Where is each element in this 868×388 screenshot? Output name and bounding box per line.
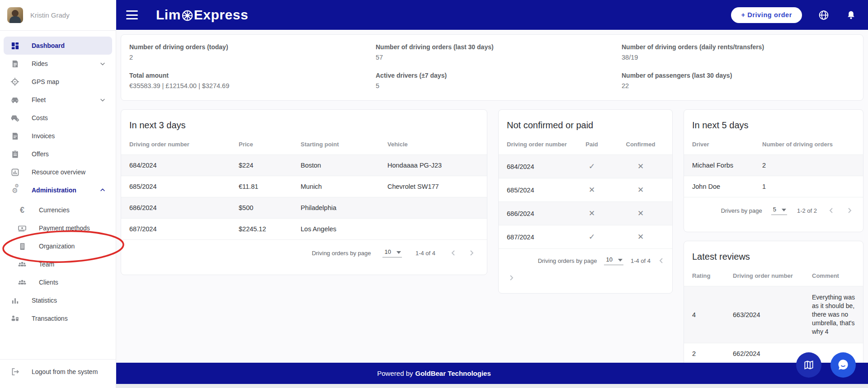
table-row[interactable]: 686/2024 ✕ ✕: [499, 202, 672, 225]
sidebar-item-fleet[interactable]: Fleet: [0, 91, 116, 109]
next-page-icon[interactable]: [507, 273, 516, 282]
sidebar-item-team[interactable]: Team: [0, 255, 116, 273]
gps-icon: [10, 77, 20, 87]
costs-icon: [10, 113, 20, 123]
caret-down-icon: [782, 206, 786, 213]
sidebar-item-label: GPS map: [32, 78, 106, 85]
table-row[interactable]: 687/2024 ✓ ✕: [499, 225, 672, 249]
table-header-row: Rating Driving order number Comment: [684, 266, 863, 286]
previous-page-icon[interactable]: [827, 206, 836, 215]
paid-status-icon: ✓: [589, 162, 595, 171]
pagination: Drivers by page 5 1-2 of 2: [684, 197, 863, 224]
sidebar-item-costs[interactable]: Costs: [0, 109, 116, 127]
sidebar-item-label: Clients: [39, 279, 106, 286]
sidebar-item-label: Costs: [32, 114, 106, 122]
map-fab-button[interactable]: [796, 352, 821, 378]
sidebar-item-label: Payment methods: [39, 224, 106, 232]
logout-button[interactable]: Logout from the system: [0, 359, 116, 384]
building-icon: [17, 241, 27, 251]
people-icon: [17, 277, 27, 287]
resource-overview-icon: [10, 167, 20, 177]
sidebar-item-organization[interactable]: Organization: [0, 237, 116, 255]
table-row[interactable]: John Doe1: [684, 176, 863, 197]
top-bar: Lim Express + Driving order: [116, 0, 868, 30]
next-5-days-card: In next 5 days Driver Number of driving …: [684, 109, 863, 232]
stat-orders-30-days: Number of driving orders (last 30 days) …: [376, 43, 622, 61]
page-size-label: Drivers by page: [721, 207, 762, 214]
table-row[interactable]: Michael Forbs2: [684, 155, 863, 176]
sidebar-item-gps-map[interactable]: GPS map: [0, 73, 116, 91]
not-confirmed-card: Not confirmed or paid Driving order numb…: [498, 109, 673, 294]
user-name: Kristin Grady: [30, 11, 70, 19]
table-row[interactable]: 687/2024$2245.12Los Angeles: [121, 219, 487, 240]
table-row[interactable]: 4 663/2024 Everything was as it should b…: [684, 286, 863, 343]
table-row[interactable]: 685/2024 ✕ ✕: [499, 178, 672, 202]
pagination: Driving orders by page 10 1-4 of 4: [499, 249, 672, 272]
stat-orders-rents-transfers: Number of driving orders (daily rents/tr…: [622, 43, 863, 61]
card-title: In next 3 days: [121, 110, 487, 134]
invoices-icon: [10, 131, 20, 141]
caret-down-icon: [618, 256, 623, 263]
sidebar-item-offers[interactable]: Offers: [0, 145, 116, 163]
sidebar-item-label: Invoices: [32, 132, 106, 140]
page-size-label: Driving orders by page: [538, 257, 597, 264]
previous-page-icon[interactable]: [657, 256, 666, 265]
sidebar-item-label: Organization: [39, 243, 106, 250]
sidebar-item-label: Currencies: [39, 206, 106, 214]
sidebar-item-label: Transactions: [32, 315, 106, 322]
hamburger-menu-icon[interactable]: [126, 10, 138, 19]
chevron-down-icon: [99, 61, 106, 67]
dashboard-icon: [10, 41, 20, 51]
table-row[interactable]: 685/2024€11.81MunichChevrolet SW177: [121, 176, 487, 197]
sidebar-item-dashboard[interactable]: Dashboard: [4, 37, 112, 55]
sidebar-item-invoices[interactable]: Invoices: [0, 127, 116, 145]
page-size-select[interactable]: 5: [771, 206, 787, 215]
language-globe-icon[interactable]: [818, 9, 829, 20]
previous-page-icon[interactable]: [449, 248, 458, 257]
logo-text-post: Express: [194, 7, 248, 23]
brand-link[interactable]: GoldBear Technologies: [415, 369, 491, 377]
chevron-up-icon: [99, 187, 106, 193]
card-title: Not confirmed or paid: [499, 110, 672, 134]
people-icon: [17, 259, 27, 269]
table-header-row: Driving order number Paid Confirmed: [499, 134, 672, 155]
notifications-bell-icon[interactable]: [845, 9, 856, 20]
stat-active-drivers: Active drivers (±7 days) 5: [376, 72, 622, 89]
table-row[interactable]: 684/2024 ✓ ✕: [499, 155, 672, 178]
paid-status-icon: ✕: [589, 186, 595, 194]
next-3-days-card: In next 3 days Driving order number Pric…: [121, 109, 487, 275]
pagination: Driving orders by page 10 1-4 of 4: [121, 240, 487, 266]
card-title: Latest reviews: [684, 241, 863, 266]
logout-label: Logout from the system: [32, 368, 98, 375]
page-size-select[interactable]: 10: [604, 256, 623, 265]
add-driving-order-button[interactable]: + Driving order: [731, 7, 802, 23]
sidebar-item-clients[interactable]: Clients: [0, 273, 116, 291]
euro-icon: €: [17, 205, 27, 215]
logout-icon: [10, 367, 20, 377]
sidebar-item-resource-overview[interactable]: Resource overview: [0, 163, 116, 181]
table-header-row: Driver Number of driving orders: [684, 134, 863, 155]
caret-down-icon: [396, 248, 401, 255]
chat-fab-button[interactable]: [830, 352, 856, 378]
user-profile: Kristin Grady: [0, 0, 116, 31]
page-size-select[interactable]: 10: [382, 248, 401, 257]
table-row[interactable]: 684/2024$224BostonHondaaaa PG-J23: [121, 155, 487, 176]
map-icon: [803, 359, 815, 371]
pagination-range: 1-4 of 4: [415, 250, 435, 257]
chat-icon: [837, 359, 849, 371]
sidebar-item-statistics[interactable]: Statistics: [0, 291, 116, 309]
next-page-icon[interactable]: [845, 206, 854, 215]
pagination-range: 1-4 of 4: [631, 257, 651, 264]
sidebar-item-label: Dashboard: [32, 42, 102, 49]
chevron-down-icon: [99, 97, 106, 103]
sidebar-item-transactions[interactable]: Transactions: [0, 309, 116, 327]
next-page-icon[interactable]: [467, 248, 476, 257]
sidebar-item-administration[interactable]: ⚙⚙ Administration: [0, 181, 116, 199]
confirmed-status-icon: ✕: [637, 186, 644, 194]
sidebar-item-payment-methods[interactable]: Payment methods: [0, 219, 116, 237]
rides-icon: [10, 59, 20, 69]
table-row[interactable]: 686/2024$500Philadelphia: [121, 197, 487, 219]
app-logo: Lim Express: [156, 7, 248, 23]
sidebar-item-currencies[interactable]: € Currencies: [0, 201, 116, 219]
sidebar-item-rides[interactable]: Rides: [0, 55, 116, 73]
